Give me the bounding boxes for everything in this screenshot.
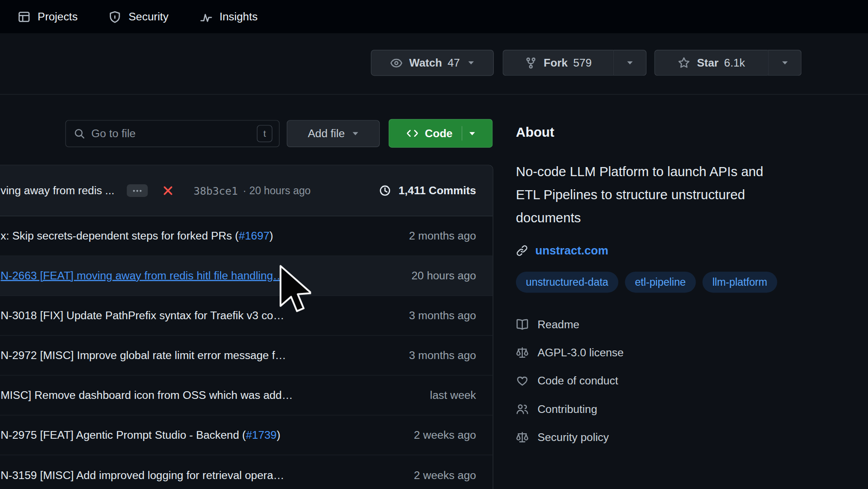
tab-label: Security (129, 10, 169, 23)
resource-label: AGPL-3.0 license (537, 346, 623, 359)
book-icon (516, 318, 529, 331)
star-dropdown-button[interactable] (768, 50, 802, 76)
repo-description: No-code LLM Platform to launch APIs and … (516, 160, 781, 230)
tab-projects[interactable]: Projects (18, 10, 77, 23)
repo-page: Projects Security Insights Watch 47 (0, 0, 868, 489)
commit-row: N-3018 [FIX] Update PathPrefix syntax fo… (0, 296, 492, 336)
graph-icon (199, 10, 212, 23)
commit-row-time: 3 months ago (398, 309, 476, 322)
chevron-down-icon (627, 61, 633, 65)
website-link[interactable]: unstract.com (535, 244, 608, 257)
check-failed-icon[interactable] (162, 185, 174, 197)
commit-message-expand-button[interactable] (126, 184, 147, 197)
commit-row-time: 2 months ago (398, 230, 476, 242)
fork-group: Fork 579 (502, 50, 646, 76)
resource-label: Contributing (537, 403, 597, 416)
message-text: N-2975 [FEAT] Agentic Prompt Studio - Ba… (0, 429, 246, 441)
star-group: Star 6.1k (654, 50, 801, 76)
message-text: ) (277, 429, 280, 441)
about-title: About (516, 125, 798, 140)
commit-row-time: 20 hours ago (400, 269, 476, 282)
topic-tag[interactable]: unstructured-data (516, 272, 618, 292)
commit-row: N-3159 [MISC] Add improved logging for r… (0, 455, 492, 489)
license-link[interactable]: AGPL-3.0 license (516, 339, 798, 367)
commit-row-message[interactable]: N-2972 [MISC] Improve global rate limit … (0, 349, 286, 362)
commit-row: N-2972 [MISC] Improve global rate limit … (0, 336, 492, 376)
watch-count: 47 (448, 57, 460, 69)
star-button[interactable]: Star 6.1k (654, 50, 767, 76)
history-icon (379, 184, 391, 197)
commit-count-label: 1,411 Commits (399, 184, 476, 197)
star-count: 6.1k (724, 57, 745, 69)
commit-history-link[interactable]: 1,411 Commits (379, 184, 476, 197)
button-divider (461, 126, 462, 141)
fork-icon (525, 57, 537, 69)
resource-label: Code of conduct (537, 374, 618, 387)
tab-security[interactable]: Security (109, 10, 169, 23)
commit-row-message: N-2975 [FEAT] Agentic Prompt Studio - Ba… (0, 429, 280, 441)
commit-row-time: last week (419, 389, 476, 402)
chevron-down-icon (352, 132, 359, 136)
readme-link[interactable]: Readme (516, 310, 798, 338)
search-icon (74, 128, 86, 139)
commit-row-hovered: N-2663 [FEAT] moving away from redis hit… (0, 256, 492, 296)
commit-row-message[interactable]: N-3018 [FIX] Update PathPrefix syntax fo… (0, 309, 284, 322)
fork-dropdown-button[interactable] (613, 50, 646, 76)
law-icon (516, 346, 529, 359)
go-to-file-box[interactable]: t (65, 120, 280, 147)
commit-time: · 20 hours ago (243, 185, 311, 197)
chevron-down-icon (781, 61, 788, 65)
commit-row-message: N-2663 [FEAT] moving away from redis hit… (0, 269, 284, 282)
add-file-label: Add file (308, 127, 345, 140)
latest-commit-bar: ving away from redis ... 38b3ce1 · 20 ho… (0, 165, 492, 216)
about-sidebar: About No-code LLM Platform to launch API… (516, 125, 798, 451)
watch-label: Watch (409, 57, 442, 69)
pr-link[interactable]: #1697 (239, 230, 270, 242)
topic-tag[interactable]: llm-platform (702, 272, 777, 292)
code-of-conduct-icon (516, 374, 529, 387)
table-icon (18, 10, 30, 23)
commit-row-message[interactable]: MISC] Remove dashboard icon from OSS whi… (0, 389, 293, 402)
pr-link[interactable]: #1739 (246, 429, 277, 441)
file-list-panel: ving away from redis ... 38b3ce1 · 20 ho… (0, 165, 493, 489)
commit-message-link[interactable]: N-2663 [FEAT] moving away from redis hit… (0, 269, 284, 282)
resource-label: Readme (537, 318, 579, 331)
commit-row-time: 2 weeks ago (403, 429, 476, 441)
section-divider (0, 94, 868, 95)
chevron-down-icon (468, 131, 475, 135)
go-to-file-input[interactable] (92, 127, 251, 140)
resource-label: Security policy (537, 431, 609, 444)
commit-row: MISC] Remove dashboard icon from OSS whi… (0, 376, 492, 416)
watch-group: Watch 47 (371, 50, 494, 76)
tab-label: Projects (38, 10, 77, 23)
keyboard-hint-t: t (257, 125, 272, 142)
code-button[interactable]: Code (389, 119, 493, 148)
commit-row-time: 2 weeks ago (403, 469, 476, 482)
message-text: x: Skip secrets-dependent steps for fork… (0, 230, 239, 242)
add-file-button[interactable]: Add file (287, 120, 380, 147)
commit-row-message[interactable]: N-3159 [MISC] Add improved logging for r… (0, 469, 284, 482)
link-icon (516, 244, 528, 257)
ellipsis-icon (132, 189, 142, 192)
eye-icon (391, 57, 403, 69)
star-label: Star (697, 57, 719, 69)
commit-row: x: Skip secrets-dependent steps for fork… (0, 216, 492, 256)
contributing-link[interactable]: Contributing (516, 395, 798, 423)
topic-tag[interactable]: etl-pipeline (625, 272, 695, 292)
message-text: ) (270, 230, 273, 242)
fork-count: 579 (573, 57, 592, 69)
security-policy-link[interactable]: Security policy (516, 423, 798, 451)
code-of-conduct-link[interactable]: Code of conduct (516, 367, 798, 395)
latest-commit-message[interactable]: ving away from redis ... (0, 184, 114, 197)
commit-row-message: x: Skip secrets-dependent steps for fork… (0, 230, 273, 242)
commit-row: N-2975 [FEAT] Agentic Prompt Studio - Ba… (0, 416, 492, 455)
commit-sha-link[interactable]: 38b3ce1 (193, 185, 238, 197)
tab-insights[interactable]: Insights (199, 10, 257, 23)
people-icon (516, 403, 529, 416)
watch-button[interactable]: Watch 47 (371, 50, 494, 76)
topic-list: unstructured-data etl-pipeline llm-platf… (516, 272, 787, 292)
repo-tab-bar: Projects Security Insights (0, 0, 868, 33)
website-row: unstract.com (516, 244, 798, 257)
star-icon (678, 57, 690, 69)
fork-button[interactable]: Fork 579 (502, 50, 613, 76)
